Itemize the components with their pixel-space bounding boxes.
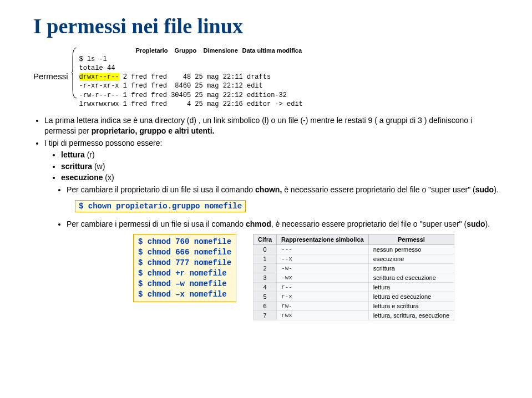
header-size: Dimensione (204, 47, 242, 55)
permission-table: Cifra Rappresentazione simbolica Permess… (253, 234, 454, 320)
bracket-icon (72, 47, 77, 109)
bullet-chown: Per cambiare il proprietario di un file … (67, 185, 499, 195)
header-group: Gruppo (175, 47, 204, 55)
ls-total: totale 44 (79, 64, 303, 73)
th-symbolic: Rappresentazione simbolica (277, 234, 369, 245)
table-row: 5r-xlettura ed esecuzione (254, 292, 454, 302)
ls-row: drwxr--r-- 2 fred fred 48 25 mag 22:11 d… (79, 73, 303, 81)
perm-highlight: drwxr--r-- (79, 73, 119, 81)
table-row: 1--xesecuzione (254, 254, 454, 264)
ls-output: Propietario Gruppo Dimensione Data ultim… (79, 47, 303, 109)
chmod-command-box: $ chmod 760 nomefile$ chmod 666 nomefile… (133, 234, 236, 302)
table-row: 4r--lettura (254, 283, 454, 292)
chown-command-box: $ chown propietario.gruppo nomefile (75, 200, 246, 212)
ls-row: -r-xr-xr-x 1 fred fred 8460 25 mag 22:12… (79, 81, 303, 90)
permessi-label: Permessi (33, 72, 68, 81)
header-date: Data ultima modifica (242, 47, 302, 55)
ls-figure: Permessi Propietario Gruppo Dimensione D… (33, 47, 499, 109)
ls-row: lrwxrwxrwx 1 fred fred 4 25 mag 22:16 ed… (79, 100, 303, 109)
bullet-perm-types: I tipi di permesso possono essere: lettu… (44, 138, 499, 183)
table-row: 3-wxscrittura ed esecuzione (254, 273, 454, 283)
perm-write: scrittura (w) (61, 161, 499, 172)
perm-read: lettura (r) (61, 150, 499, 160)
th-permessi: Permessi (368, 234, 454, 245)
th-cifra: Cifra (254, 234, 277, 245)
table-row: 7rwxlettura, scrittura, esecuzione (254, 311, 454, 320)
ls-row: -rw-r--r-- 1 fred fred 30405 25 mag 22:1… (79, 91, 303, 100)
table-row: 6rw-lettura e scrittura (254, 302, 454, 311)
bullet-first-letter: La prima lettera indica se è una directo… (44, 115, 499, 136)
perm-exec: esecuzione (x) (61, 172, 499, 183)
page-title: I permessi nei file linux (33, 14, 499, 38)
bullet-chmod: Per cambiare i permessi di un file si us… (67, 219, 499, 229)
table-row: 0---nessun permesso (254, 245, 454, 254)
header-owner: Propietario (136, 47, 175, 55)
ls-prompt: $ ls -l (79, 55, 303, 64)
table-row: 2-w-scrittura (254, 264, 454, 273)
